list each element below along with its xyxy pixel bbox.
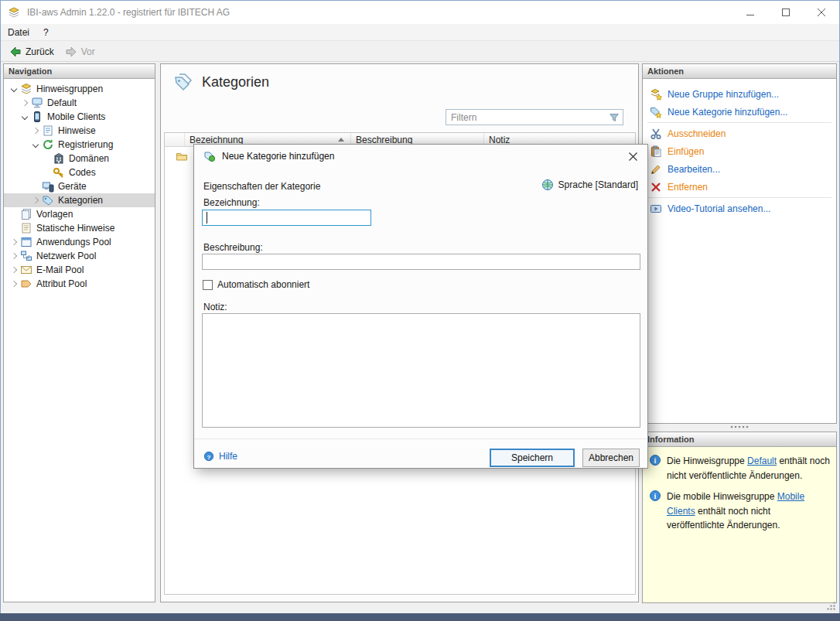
- action-video-tutorial[interactable]: Video-Tutorial ansehen...: [643, 200, 836, 217]
- chevron-expanded-icon[interactable]: [11, 86, 17, 92]
- menu-help[interactable]: ?: [36, 25, 56, 40]
- notes-icon: [42, 125, 54, 137]
- info-item: i Die mobile Hinweisgruppe Mobile Client…: [643, 483, 836, 533]
- beschreibung-label: Beschreibung:: [203, 242, 263, 253]
- action-label: Einfügen: [668, 146, 704, 157]
- auto-subscribe-label: Automatisch abonniert: [217, 279, 309, 290]
- chevron-collapsed-icon[interactable]: [32, 197, 39, 203]
- maximize-button[interactable]: [768, 1, 804, 24]
- back-button[interactable]: Zurück: [4, 43, 60, 60]
- info-text-prefix: Die mobile Hinweisgruppe: [667, 491, 777, 502]
- tree-item-hinweisgruppen[interactable]: Hinweisgruppen: [4, 82, 155, 96]
- tree-item-label: Codes: [69, 167, 96, 178]
- tree-item-default[interactable]: Default: [4, 96, 155, 110]
- close-button[interactable]: [804, 1, 839, 24]
- action-remove[interactable]: Entfernen: [643, 178, 836, 196]
- page-title: Kategorien: [202, 74, 269, 90]
- actions-panel: Aktionen Neue Gruppe hinzufügen... Neue …: [642, 63, 837, 424]
- action-edit[interactable]: Bearbeiten...: [643, 160, 836, 178]
- action-label: Video-Tutorial ansehen...: [668, 203, 770, 214]
- save-button[interactable]: Speichern: [490, 449, 575, 467]
- tree-item-label: Kategorien: [58, 195, 103, 206]
- info-item: i Die Hinweisgruppe Default enthält noch…: [643, 447, 836, 483]
- tree-item-anwendungs-pool[interactable]: Anwendungs Pool: [4, 235, 155, 249]
- tree-item-mobile-clients[interactable]: Mobile Clients: [4, 110, 155, 124]
- tree-item-label: Vorlagen: [36, 209, 73, 220]
- tree-item-kategorien[interactable]: Kategorien: [4, 193, 155, 207]
- forward-button[interactable]: Vor: [60, 43, 101, 60]
- funnel-icon[interactable]: [606, 110, 623, 125]
- navigation-tree: Hinweisgruppen Default Mobile Clients Hi…: [4, 79, 155, 291]
- dialog-titlebar: Neue Kategorie hinzufügen: [194, 145, 647, 168]
- help-link[interactable]: ? Hilfe: [203, 451, 237, 462]
- chevron-collapsed-icon[interactable]: [11, 239, 17, 245]
- beschreibung-input[interactable]: [202, 254, 640, 270]
- tree-item-label: E-Mail Pool: [36, 264, 84, 275]
- tree-item-registrierung[interactable]: Registrierung: [4, 138, 155, 152]
- tree-item-hinweise[interactable]: Hinweise: [4, 124, 155, 138]
- tree-item-attribut-pool[interactable]: Attribut Pool: [4, 277, 155, 291]
- tree-item-netzwerk-pool[interactable]: Netzwerk Pool: [4, 249, 155, 263]
- minimize-button[interactable]: [732, 1, 768, 24]
- paste-icon: [650, 145, 662, 158]
- action-label: Ausschneiden: [668, 128, 726, 139]
- notiz-textarea[interactable]: [202, 313, 640, 428]
- chevron-collapsed-icon[interactable]: [22, 100, 28, 106]
- domain-icon: [53, 152, 65, 165]
- titlebar: IBI-aws Admin 1.22.0 - registriert für I…: [1, 1, 839, 24]
- chevron-collapsed-icon[interactable]: [11, 281, 17, 287]
- bezeichnung-input[interactable]: [202, 210, 371, 226]
- info-icon: i: [649, 490, 661, 502]
- action-label: Neue Gruppe hinzufügen...: [668, 89, 779, 100]
- tree-item-label: Anwendungs Pool: [36, 237, 111, 247]
- link-default[interactable]: Default: [747, 456, 777, 466]
- text-caret: [207, 212, 207, 223]
- help-label: Hilfe: [219, 451, 237, 462]
- information-panel: Information i Die Hinweisgruppe Default …: [642, 432, 837, 603]
- tree-item-vorlagen[interactable]: Vorlagen: [4, 207, 155, 221]
- cancel-button[interactable]: Abbrechen: [582, 449, 640, 467]
- auto-subscribe-checkbox[interactable]: [203, 280, 213, 290]
- new-category-dialog: Neue Kategorie hinzufügen Eigenschaften …: [193, 144, 648, 469]
- help-icon: ?: [203, 451, 214, 462]
- actions-header: Aktionen: [643, 64, 836, 79]
- panel-splitter[interactable]: [642, 422, 837, 431]
- menu-datei[interactable]: Datei: [1, 25, 36, 40]
- tree-item-email-pool[interactable]: E-Mail Pool: [4, 263, 155, 277]
- resize-grip-icon[interactable]: [826, 601, 836, 613]
- tree-item-codes[interactable]: Codes: [4, 165, 155, 179]
- chevron-collapsed-icon[interactable]: [32, 128, 39, 134]
- tree-item-statische-hinweise[interactable]: Statische Hinweise: [4, 221, 155, 235]
- information-header: Information: [643, 432, 836, 447]
- dialog-close-button[interactable]: [618, 146, 647, 167]
- language-button[interactable]: Sprache [Standard]: [541, 179, 638, 191]
- chevron-expanded-icon[interactable]: [32, 142, 39, 148]
- column-header-icon[interactable]: [165, 133, 185, 146]
- action-new-group[interactable]: Neue Gruppe hinzufügen...: [643, 85, 836, 103]
- bottom-bar: [0, 613, 840, 621]
- tree-item-label: Hinweisgruppen: [36, 84, 103, 94]
- action-paste[interactable]: Einfügen: [643, 142, 836, 160]
- chevron-collapsed-icon[interactable]: [11, 267, 17, 273]
- actions-separator: [647, 122, 831, 123]
- action-cut[interactable]: Ausschneiden: [643, 125, 836, 142]
- chevron-expanded-icon[interactable]: [22, 114, 28, 120]
- tree-item-domaenen[interactable]: Domänen: [4, 152, 155, 165]
- back-label: Zurück: [26, 46, 54, 57]
- bezeichnung-label: Bezeichnung:: [203, 197, 260, 208]
- action-new-category[interactable]: Neue Kategorie hinzufügen...: [643, 103, 836, 121]
- minimize-icon: [746, 9, 754, 16]
- templates-icon: [20, 208, 32, 220]
- splitter-dots-icon: [729, 425, 750, 428]
- chevron-collapsed-icon[interactable]: [11, 253, 17, 259]
- action-label: Neue Kategorie hinzufügen...: [668, 107, 787, 118]
- filter-input[interactable]: [446, 112, 606, 123]
- toolbar: Zurück Vor: [1, 42, 839, 62]
- svg-text:i: i: [654, 456, 657, 465]
- tag-icon: [42, 194, 54, 206]
- devices-icon: [42, 180, 54, 193]
- statusbar: [1, 603, 839, 613]
- tree-item-geraete[interactable]: Geräte: [4, 179, 155, 193]
- cut-icon: [650, 128, 662, 140]
- app-window: IBI-aws Admin 1.22.0 - registriert für I…: [0, 0, 840, 621]
